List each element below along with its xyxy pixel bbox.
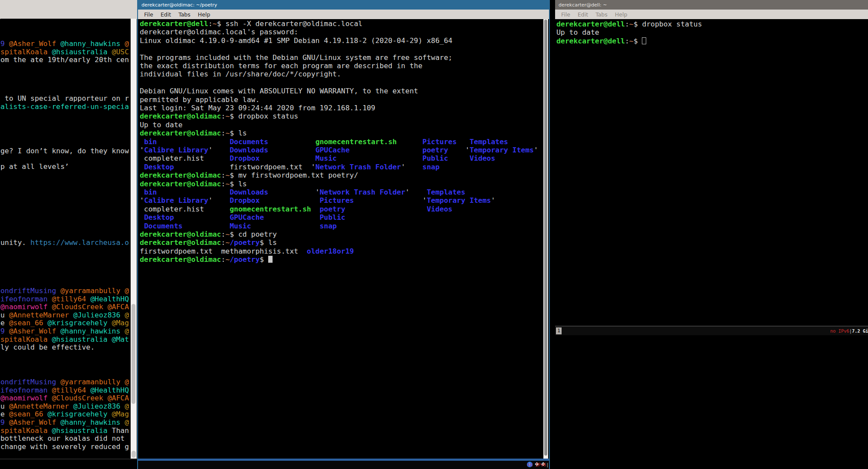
terminal-line: derekcarter@oldimac:~/poetry$ ls [140, 238, 277, 247]
terminal-line: u @AnnetteMarner @Julieoz836 @ [0, 402, 129, 410]
terminal-line: @naomirwolf @CloudsCreek @AFCA [0, 303, 129, 311]
center-terminal-window: derekcarter@oldimac: ~/poetry File Edit … [137, 0, 550, 469]
left-terminal-window: 9 @Asher_Wolf @hanny_hawkins @spitalKoal… [0, 0, 137, 469]
terminal-line: derekcarter@oldimac:~/poetry$ [140, 255, 273, 264]
terminal-line: The programs included with the Debian GN… [140, 53, 452, 62]
left-terminal-bottom-line [0, 459, 137, 459]
terminal-line: derekcarter@oldimac:~$ ls [140, 180, 247, 188]
terminal-line: @naomirwolf @CloudsCreek @AFCA [0, 394, 129, 402]
terminal-line: Debian GNU/Linux comes with ABSOLUTELY N… [140, 87, 418, 95]
terminal-line: 9 @Asher_Wolf @hanny_hawkins @ [0, 40, 129, 48]
keyboard-layout-indicator: EN [527, 462, 533, 467]
terminal-line: Linux oldimac 4.19.0-9-amd64 #1 SMP Debi… [140, 36, 452, 45]
terminal-line: ge? I don’t know, do they know [0, 147, 129, 155]
terminal-line: to UN special rapporteur on r [0, 94, 129, 102]
center-terminal-output[interactable]: derekcarter@dell:~$ ssh -X derekcarter@o… [140, 0, 542, 439]
terminal-line: derekcarter@oldimac:~$ dropbox status [140, 112, 298, 120]
terminal-line: completer.hist Dropbox Music Public Vide… [140, 154, 495, 162]
terminal-line: ifeofnorman @tilly64 @HealthHQ [0, 295, 129, 303]
terminal-line: derekcarter@oldimac:~$ cd poetry [140, 230, 277, 238]
terminal-line: ondriftMusing @yarramanbully @ [0, 287, 129, 295]
terminal-line: completer.hist gnomecentrestart.sh poetr… [140, 205, 452, 213]
terminal-cursor [642, 37, 646, 44]
byobu-window-tab: 1 [556, 327, 562, 334]
terminal-line: 'Calibre Library' Downloads GPUCache poe… [140, 146, 538, 154]
terminal-line: derekcarter@dell:~$ dropbox status [556, 20, 702, 28]
left-scrollbar[interactable] [131, 19, 137, 459]
terminal-line: ly could be effective. [0, 343, 95, 351]
left-terminal-menubar [0, 0, 137, 19]
center-scrollbar-thumb[interactable] [544, 20, 547, 456]
terminal-line: spitalKoala @hsiaustralia @USC [0, 48, 129, 56]
terminal-line: spitalKoala @hsiaustralia @Mat [0, 335, 129, 343]
right-terminal-window: derekcarter@dell: ~ File Edit Tabs Help … [555, 0, 868, 469]
terminal-line: derekcarter@oldimac.local's password: [140, 28, 298, 36]
terminal-line: p at all levels’ [0, 162, 69, 171]
terminal-line: change with severely reduced g [0, 443, 129, 451]
terminal-line: ifeofnorman @tilly64 @HealthHQ [0, 386, 129, 394]
terminal-line: 'Calibre Library' Dropbox Pictures 'Temp… [140, 196, 495, 205]
terminal-line: unity. https://www.larcheusa.o [0, 238, 129, 247]
terminal-line: bin Documents gnomecentrestart.sh Pictur… [140, 138, 508, 146]
terminal-line: bin Downloads 'Network Trash Folder' Tem… [140, 188, 465, 196]
terminal-line: the exact distribution terms for each pr… [140, 62, 422, 70]
terminal-line: u @AnnetteMarner @Julieoz836 @ [0, 311, 129, 319]
left-scrollbar-down-button[interactable] [132, 451, 136, 458]
right-statusbar: 1 no IPv6|7.2 Gi [555, 326, 868, 335]
terminal-line: Desktop firstwordpoem.txt 'Network Trash… [140, 163, 440, 171]
terminal-line: e @sean_66 @krisgracehely @Mag [0, 319, 129, 327]
terminal-line: derekcarter@oldimac:~$ ls [140, 129, 247, 137]
terminal-line: Up to date [140, 121, 183, 129]
terminal-cursor [268, 256, 273, 263]
terminal-line: 9 @Asher_Wolf @hanny_hawkins @ [0, 418, 129, 426]
terminal-line: Desktop GPUCache Public [140, 213, 345, 221]
left-scrollbar-thumb[interactable] [132, 304, 135, 404]
terminal-line: bottleneck our koalas did not [0, 434, 125, 443]
center-statusbar: no IPv6|7.2 GiB|W: ( 62% at WiFi-D625) 1… [138, 461, 549, 469]
terminal-line: derekcarter@oldimac:~$ mv firstwordpoem.… [140, 171, 358, 179]
desktop: { "palette": { "fg": "#d6d6d6", "green":… [0, 0, 868, 469]
terminal-line: e @sean_66 @krisgracehely @Mag [0, 410, 129, 418]
terminal-line: firstwordpoem.txt methamorphisis.txt old… [140, 247, 354, 255]
center-scrollbar[interactable] [543, 19, 548, 459]
terminal-line: spitalKoala @hsiaustralia Than [0, 426, 129, 435]
terminal-line: individual files in /usr/share/doc/*/cop… [140, 70, 341, 78]
terminal-line: Up to date [556, 28, 599, 36]
terminal-line: derekcarter@dell:~$ ssh -X derekcarter@o… [140, 20, 362, 28]
right-status-text: no IPv6|7.2 Gi [830, 328, 868, 334]
terminal-line: ondriftMusing @yarramanbully @ [0, 378, 129, 386]
right-terminal-output[interactable]: derekcarter@dell:~$ dropbox statusUp to … [556, 0, 868, 326]
terminal-line: 9 @Asher_Wolf @hanny_hawkins @ [0, 327, 129, 335]
terminal-line: alists-case-referred-un-specia [0, 102, 129, 111]
terminal-line: permitted by applicable law. [140, 96, 260, 104]
terminal-line: Documents Music snap [140, 222, 337, 230]
terminal-line: Last login: Sat May 23 09:24:44 2020 fro… [140, 104, 375, 112]
terminal-line: om the ate 19th/early 20th cen [0, 56, 129, 64]
terminal-line: derekcarter@dell:~$ [556, 37, 646, 45]
left-terminal-output[interactable]: 9 @Asher_Wolf @hanny_hawkins @spitalKoal… [0, 19, 131, 469]
